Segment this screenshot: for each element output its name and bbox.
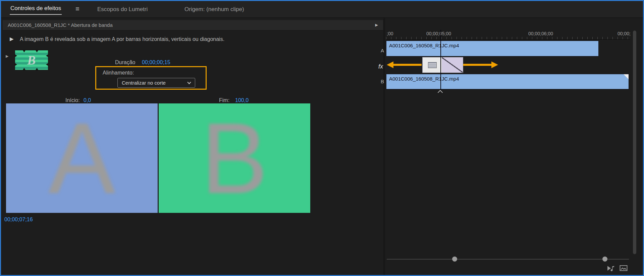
end-label: Fim: (219, 97, 229, 103)
ruler-label: 00;00;06;00 (528, 31, 553, 36)
track-b-label: B (381, 79, 384, 84)
transition-header-title: A001C006_160508_R1JC * Abertura de banda (8, 22, 113, 28)
panel-tab-bar: Controles de efeitos ≡ Escopos do Lumetr… (1, 1, 643, 18)
zoom-scrollbar-track[interactable] (387, 259, 629, 260)
preview-clip-a: A (6, 103, 158, 213)
arrow-shaft (463, 64, 492, 66)
premiere-effect-controls-window: Controles de efeitos ≡ Escopos do Lumetr… (0, 0, 644, 276)
play-audio-icon[interactable] (607, 265, 615, 272)
annotation-arrow-right (463, 61, 498, 68)
band-wipe-icon (428, 62, 437, 68)
direction-handle-icon[interactable] (14, 54, 17, 57)
current-timecode[interactable]: 00;00;07;16 (4, 217, 33, 223)
tab-effect-controls[interactable]: Controles de efeitos (10, 1, 62, 18)
tab-source[interactable]: Origem: (nenhum clipe) (184, 1, 244, 18)
preview-b-letter: B (201, 108, 268, 209)
tab-source-label: Origem: (nenhum clipe) (184, 6, 244, 13)
track-a-label: A (381, 48, 384, 53)
transition-clip-icon-area (423, 57, 442, 73)
arrow-head-left-icon (387, 61, 393, 68)
start-label: Início: (65, 97, 80, 103)
duration-value[interactable]: 00;00;00;15 (142, 59, 170, 65)
preview-a-letter: A (48, 108, 115, 209)
clip-b[interactable]: A001C006_160508_R1JC.mp4 (386, 74, 629, 89)
direction-handle-icon[interactable] (22, 68, 26, 71)
tab-lumetri-scopes[interactable]: Escopos do Lumetri (97, 1, 148, 18)
play-transition-preview-icon[interactable]: ▶ (10, 36, 14, 42)
transition-clip[interactable] (422, 57, 463, 73)
ruler-label: 00;00;0 (618, 31, 630, 36)
preview-clip-b: B (159, 103, 310, 213)
start-value[interactable]: 0,0 (84, 97, 91, 103)
transition-description: A imagem B é revelada sob a imagem A por… (20, 36, 224, 42)
annotation-highlight-box (95, 66, 207, 90)
zoom-handle-right[interactable] (602, 257, 607, 262)
duration-label: Duração (115, 59, 135, 65)
ruler-ticks (386, 37, 630, 39)
clip-end-corner (624, 74, 629, 79)
fx-badge: fx (378, 63, 383, 70)
direction-handle-icon[interactable] (35, 50, 39, 52)
annotation-arrow-left (387, 61, 422, 68)
clip-a-name: A001C006_160508_R1JC.mp4 (389, 43, 459, 48)
transition-header-bar[interactable]: A001C006_160508_R1JC * Abertura de banda… (3, 20, 383, 31)
direction-handle-icon[interactable] (46, 63, 49, 66)
tab-lumetri-scopes-label: Escopos do Lumetri (97, 6, 148, 13)
timeline-ruler[interactable]: ;00 00;00;05;00 00;00;06;00 00;00;0 (386, 29, 630, 40)
vertical-scrollbar[interactable] (633, 31, 636, 254)
transition-thumbnail-letter: B (15, 50, 48, 70)
export-frame-icon[interactable] (620, 265, 628, 272)
transition-diagonal-line (442, 57, 463, 73)
tab-effect-controls-label: Controles de efeitos (10, 4, 62, 15)
direction-handle-icon[interactable] (46, 54, 49, 57)
clip-b-name: A001C006_160508_R1JC.mp4 (389, 76, 459, 82)
transition-row-expander-icon[interactable]: ▶ (6, 54, 8, 58)
direction-handle-icon[interactable] (35, 68, 39, 71)
panel-divider (383, 18, 385, 275)
transition-direction-selector[interactable]: B (15, 50, 48, 70)
panel-menu-icon[interactable]: ≡ (75, 5, 79, 13)
playhead-caret-icon[interactable] (438, 90, 443, 95)
clip-a[interactable]: A001C006_160508_R1JC.mp4 (386, 41, 599, 56)
ruler-label: 00;00;05;00 (426, 31, 451, 36)
playhead[interactable] (440, 30, 441, 90)
direction-handle-icon[interactable] (14, 63, 17, 66)
arrow-head-right-icon (491, 61, 498, 68)
zoom-handle-left[interactable] (452, 257, 457, 262)
arrow-shaft (393, 64, 422, 66)
direction-handle-icon[interactable] (22, 50, 26, 52)
end-value[interactable]: 100,0 (235, 97, 249, 103)
ruler-label: ;00 (387, 31, 393, 36)
transition-clip-body (442, 57, 463, 73)
timeline-view-toggle-icon[interactable]: ▶ (375, 23, 378, 27)
